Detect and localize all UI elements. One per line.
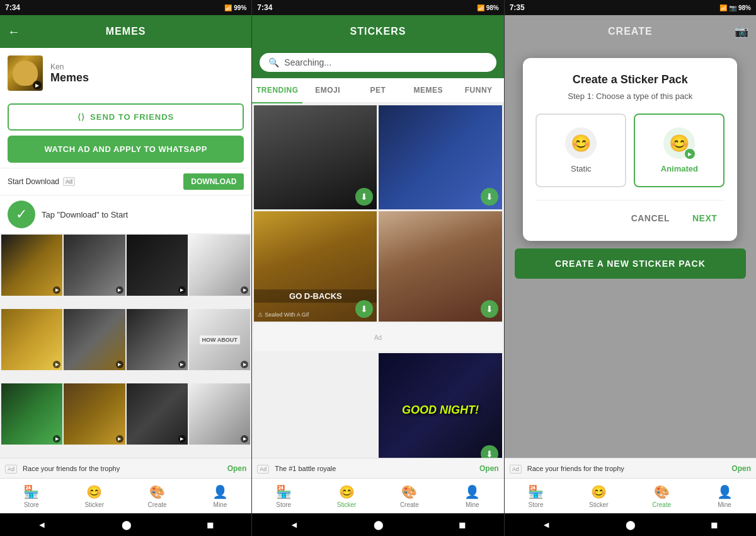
home-sys-btn-2[interactable]: ⬤	[374, 520, 384, 530]
play-indicator: ▶	[116, 435, 123, 443]
sticker-download-2[interactable]: ⬇	[481, 188, 498, 206]
nav-mine-2[interactable]: 👤 Mine	[441, 484, 504, 508]
ad-content: ✓ Tap "Download" to Start	[0, 195, 251, 233]
meme-thumb-11[interactable]: ▶	[127, 383, 188, 445]
camera-icon: 📷	[729, 4, 736, 11]
status-bar-1: 7:34 📶 99%	[0, 0, 251, 15]
camera-header-icon[interactable]: 📷	[735, 25, 748, 38]
animated-icon: 😊 ▶	[663, 127, 695, 159]
meme-thumb-3[interactable]: ▶	[127, 235, 188, 296]
tab-trending[interactable]: TRENDING	[252, 78, 302, 102]
back-sys-btn-2[interactable]: ◄	[290, 520, 299, 530]
tab-memes[interactable]: MEMES	[403, 78, 454, 102]
nav-sticker-1[interactable]: 😊 Sticker	[63, 484, 126, 508]
ad-footer-content: Ad Race your friends for the trophy	[5, 465, 120, 472]
back-sys-btn[interactable]: ◄	[38, 520, 47, 530]
play-indicator: ▶	[241, 286, 248, 294]
nav-sticker-2[interactable]: 😊 Sticker	[315, 484, 378, 508]
meme-thumb-10[interactable]: ▶	[64, 383, 125, 445]
meme-thumb-8[interactable]: HOW ABOUT ▶	[189, 309, 250, 370]
create-screen: 7:35 📶 📷 98% CREATE 📷 Create a Sticker P…	[505, 0, 756, 536]
nav-create-label-3: Create	[652, 501, 671, 508]
store-icon: 🏪	[23, 484, 39, 499]
meme-thumb-9[interactable]: ▶	[1, 383, 62, 445]
meme-thumb-7[interactable]: ▶	[127, 309, 188, 370]
ad-footer-1: Ad Race your friends for the trophy Open	[0, 458, 251, 478]
watch-ad-button[interactable]: WATCH AD AND APPLY TO WHATSAPP	[8, 136, 244, 163]
nav-mine-1[interactable]: 👤 Mine	[188, 484, 251, 508]
nav-sticker-3[interactable]: 😊 Sticker	[567, 484, 630, 508]
sticker-icon-2: 😊	[339, 484, 355, 499]
check-icon: ✓	[8, 201, 35, 228]
bottom-nav-3: 🏪 Store 😊 Sticker 🎨 Create 👤 Mine	[505, 478, 756, 513]
sticker-cell-3[interactable]: GO D-BACKS ⚠ Sealed With A Gif ⬇	[254, 211, 377, 322]
next-button[interactable]: NEXT	[685, 208, 724, 228]
home-sys-btn-3[interactable]: ⬤	[626, 520, 636, 530]
store-icon-2: 🏪	[276, 484, 292, 499]
nav-store-2[interactable]: 🏪 Store	[252, 484, 315, 508]
tab-funny[interactable]: FUNNY	[454, 78, 504, 102]
back-sys-btn-3[interactable]: ◄	[542, 520, 551, 530]
sticker-cell-5[interactable]: GOOD NIGHT! ⬇	[379, 353, 501, 458]
sealed-icon: ⚠	[258, 312, 263, 318]
sticker-cell-4[interactable]: ⬇	[379, 211, 501, 322]
meme-thumb-5[interactable]: ▶	[1, 309, 62, 370]
ad-label-sticker: Ad	[374, 334, 382, 341]
sticker-download-5[interactable]: ⬇	[481, 445, 498, 458]
battery-3: 98%	[738, 4, 751, 11]
create-icon-2: 🎨	[401, 484, 417, 499]
nav-mine-label-2: Mine	[466, 501, 479, 508]
cancel-button[interactable]: CANCEL	[624, 208, 677, 228]
static-type-card[interactable]: 😊 Static	[536, 114, 626, 187]
nav-store-3[interactable]: 🏪 Store	[505, 484, 568, 508]
search-bar[interactable]: 🔍	[260, 53, 496, 72]
mine-icon-2: 👤	[464, 484, 480, 499]
meme-thumb-12[interactable]: ▶	[189, 383, 250, 445]
create-new-sticker-pack-button[interactable]: CREATE A NEW STICKER PACK	[515, 248, 746, 279]
sticker-cell-2[interactable]: ⬇	[379, 105, 501, 209]
memes-screen: 7:34 📶 99% ← MEMES ▶ Ken Memes	[0, 0, 252, 536]
recents-sys-btn[interactable]: ◼	[207, 520, 214, 530]
nav-create-3[interactable]: 🎨 Create	[630, 484, 693, 508]
meme-thumb-2[interactable]: ▶	[64, 235, 125, 296]
open-ad-button[interactable]: Open	[227, 464, 247, 473]
meme-thumb-4[interactable]: ▶	[189, 235, 250, 296]
status-icons-1: 📶 99%	[224, 4, 246, 11]
ad-bar: Start Download Ad DOWNLOAD	[0, 168, 251, 195]
signal-icon-1: 📶	[224, 4, 232, 11]
bottom-nav-1: 🏪 Store 😊 Sticker 🎨 Create 👤 Mine	[0, 478, 251, 513]
nav-store-1[interactable]: 🏪 Store	[0, 484, 63, 508]
share-icon: ⟨⟩	[77, 112, 85, 122]
meme-thumb-1[interactable]: ▶	[1, 235, 62, 296]
sticker-cell-1[interactable]: ⬇	[254, 105, 377, 209]
tab-pet[interactable]: PET	[353, 78, 403, 102]
sticker-download-4[interactable]: ⬇	[481, 300, 498, 318]
tab-emoji[interactable]: EMOJI	[302, 78, 353, 102]
username: Ken	[50, 62, 244, 71]
back-button[interactable]: ←	[8, 25, 20, 39]
send-to-friends-button[interactable]: ⟨⟩ SEND TO FRIENDS	[8, 103, 244, 131]
ad-tag: Ad	[5, 465, 17, 474]
nav-sticker-label: Sticker	[84, 501, 104, 508]
open-ad-button-3[interactable]: Open	[731, 464, 751, 473]
modal-overlay: Create a Sticker Pack Step 1: Choose a t…	[505, 48, 756, 458]
meme-thumb-6[interactable]: ▶	[64, 309, 125, 370]
modal-card: Create a Sticker Pack Step 1: Choose a t…	[523, 58, 737, 241]
meme-profile-card: ▶ Ken Memes	[0, 48, 251, 98]
nav-mine-3[interactable]: 👤 Mine	[693, 484, 756, 508]
open-ad-button-2[interactable]: Open	[479, 464, 499, 473]
ad-label: Start Download Ad	[8, 177, 75, 186]
animated-type-card[interactable]: 😊 ▶ Animated	[634, 114, 724, 187]
create-header: CREATE 📷	[505, 15, 756, 48]
search-input[interactable]	[284, 57, 487, 67]
recents-sys-btn-3[interactable]: ◼	[711, 520, 718, 530]
play-indicator: ▶	[53, 361, 60, 368]
recents-sys-btn-2[interactable]: ◼	[459, 520, 466, 530]
download-button[interactable]: DOWNLOAD	[183, 173, 244, 190]
nav-create-2[interactable]: 🎨 Create	[378, 484, 441, 508]
nav-create-1[interactable]: 🎨 Create	[126, 484, 189, 508]
home-sys-btn[interactable]: ⬤	[122, 520, 132, 530]
ad-footer-content-3: Ad Race your friends for the trophy	[510, 465, 624, 472]
nav-create-label-2: Create	[400, 501, 419, 508]
nav-sticker-label-2: Sticker	[337, 501, 357, 508]
